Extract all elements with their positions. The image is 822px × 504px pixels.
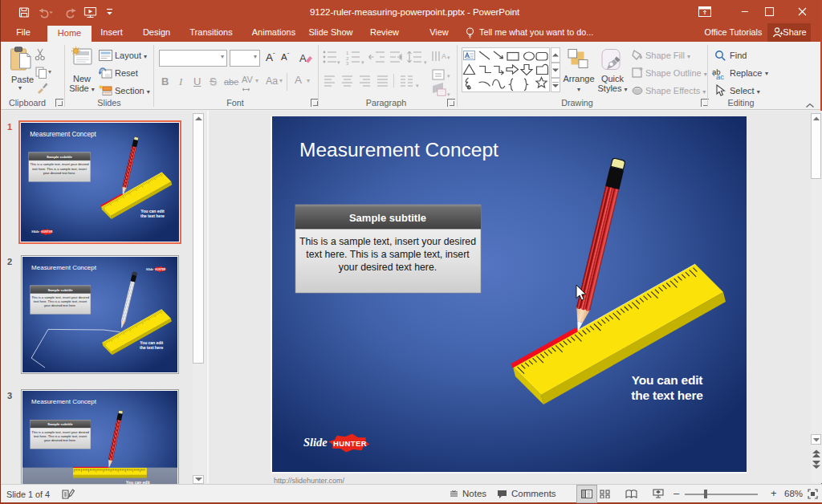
svg-text:▾: ▾ bbox=[447, 91, 450, 97]
svg-text:A: A bbox=[442, 52, 446, 60]
svg-text:▾: ▾ bbox=[337, 59, 340, 65]
svg-text:1: 1 bbox=[346, 51, 349, 55]
svg-text:▾: ▾ bbox=[447, 73, 450, 79]
svg-text:ac: ac bbox=[716, 72, 724, 80]
svg-text:▾: ▾ bbox=[447, 55, 450, 60]
svg-text:▾: ▾ bbox=[361, 59, 364, 65]
svg-text:▾: ▾ bbox=[424, 59, 427, 65]
svg-text:3: 3 bbox=[346, 61, 349, 66]
svg-text:▾: ▾ bbox=[416, 83, 419, 88]
svg-text:A: A bbox=[299, 52, 307, 64]
